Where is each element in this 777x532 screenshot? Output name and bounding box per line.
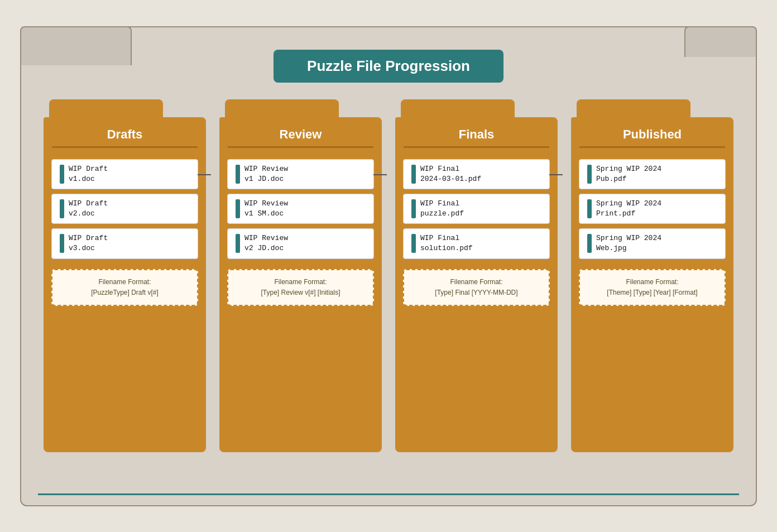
folder-header-review: Review — [219, 117, 382, 146]
format-text-drafts: Filename Format: [PuzzleType] Draft v[#] — [58, 277, 191, 298]
file-text-published-1: Spring WIP 2024 Print.pdf — [596, 199, 661, 219]
file-item-published-2[interactable]: Spring WIP 2024 Web.jpg — [579, 228, 726, 258]
columns-container: DraftsWIP Draft v1.docWIP Draft v2.docWI… — [44, 99, 733, 452]
connector-drafts — [198, 174, 211, 175]
folder-body-drafts: DraftsWIP Draft v1.docWIP Draft v2.docWI… — [44, 117, 206, 452]
tab-top-right — [684, 26, 757, 57]
file-dot-published-0 — [587, 165, 592, 184]
format-box-finals: Filename Format: [Type] Final [YYYY-MM-D… — [403, 269, 550, 306]
file-dot-published-1 — [587, 199, 592, 218]
file-text-review-0: WIP Review v1 JD.doc — [244, 164, 288, 184]
file-item-drafts-0[interactable]: WIP Draft v1.doc — [51, 159, 198, 189]
file-dot-finals-2 — [411, 234, 416, 253]
file-item-review-1[interactable]: WIP Review v1 SM.doc — [227, 194, 374, 224]
folder-header-underline-drafts — [52, 146, 198, 148]
file-item-drafts-2[interactable]: WIP Draft v3.doc — [51, 228, 198, 258]
file-text-finals-0: WIP Final 2024-03-01.pdf — [420, 164, 481, 184]
file-dot-drafts-1 — [60, 199, 64, 218]
folder-column-review: ReviewWIP Review v1 JD.docWIP Review v1 … — [219, 99, 382, 452]
file-text-review-1: WIP Review v1 SM.doc — [244, 199, 288, 219]
file-dot-review-0 — [236, 165, 240, 184]
format-box-drafts: Filename Format: [PuzzleType] Draft v[#] — [51, 269, 198, 306]
file-dot-drafts-2 — [60, 234, 64, 253]
folder-tab-drafts — [49, 99, 163, 117]
folder-tab-review — [225, 99, 339, 117]
file-dot-drafts-0 — [60, 165, 64, 184]
format-text-review: Filename Format: [Type] Review v[#] [Ini… — [234, 277, 367, 298]
file-item-review-0[interactable]: WIP Review v1 JD.doc — [227, 159, 374, 189]
outer-frame: Puzzle File Progression DraftsWIP Draft … — [20, 26, 757, 506]
folder-tab-finals — [401, 99, 515, 117]
file-item-finals-0[interactable]: WIP Final 2024-03-01.pdf — [403, 159, 550, 189]
bottom-line — [38, 493, 739, 495]
folder-header-finals: Finals — [395, 117, 558, 146]
file-item-finals-1[interactable]: WIP Final puzzle.pdf — [403, 194, 550, 224]
file-text-drafts-1: WIP Draft v2.doc — [69, 199, 108, 219]
folder-header-underline-review — [228, 146, 373, 148]
file-dot-review-2 — [236, 234, 240, 253]
folder-header-drafts: Drafts — [44, 117, 206, 146]
file-text-published-2: Spring WIP 2024 Web.jpg — [596, 233, 661, 253]
connector-finals — [549, 174, 563, 175]
tab-top-left — [20, 26, 132, 65]
file-text-drafts-2: WIP Draft v3.doc — [69, 233, 108, 253]
folder-body-published: PublishedSpring WIP 2024 Pub.pdfSpring W… — [571, 117, 733, 452]
format-text-published: Filename Format: [Theme] [Type] [Year] [… — [586, 277, 719, 298]
file-text-finals-1: WIP Final puzzle.pdf — [420, 199, 464, 219]
file-item-published-1[interactable]: Spring WIP 2024 Print.pdf — [579, 194, 726, 224]
connector-review — [373, 174, 387, 175]
folder-body-finals: FinalsWIP Final 2024-03-01.pdfWIP Final … — [395, 117, 558, 452]
main-title-bar: Puzzle File Progression — [44, 50, 733, 83]
file-item-finals-2[interactable]: WIP Final solution.pdf — [403, 228, 550, 258]
file-item-drafts-1[interactable]: WIP Draft v2.doc — [51, 194, 198, 224]
folder-column-published: PublishedSpring WIP 2024 Pub.pdfSpring W… — [571, 99, 733, 452]
folder-header-underline-finals — [404, 146, 549, 148]
file-dot-review-1 — [236, 199, 240, 218]
folder-column-drafts: DraftsWIP Draft v1.docWIP Draft v2.docWI… — [44, 99, 206, 452]
file-text-finals-2: WIP Final solution.pdf — [420, 233, 473, 253]
file-dot-finals-1 — [411, 199, 416, 218]
format-text-finals: Filename Format: [Type] Final [YYYY-MM-D… — [410, 277, 543, 298]
file-dot-finals-0 — [411, 165, 416, 184]
file-item-review-2[interactable]: WIP Review v2 JD.doc — [227, 228, 374, 258]
file-dot-published-2 — [587, 234, 592, 253]
file-text-published-0: Spring WIP 2024 Pub.pdf — [596, 164, 661, 184]
file-item-published-0[interactable]: Spring WIP 2024 Pub.pdf — [579, 159, 726, 189]
file-text-drafts-0: WIP Draft v1.doc — [69, 164, 108, 184]
main-title: Puzzle File Progression — [274, 50, 503, 83]
folder-header-published: Published — [571, 117, 733, 146]
folder-header-underline-published — [579, 146, 725, 148]
folder-tab-published — [577, 99, 690, 117]
file-text-review-2: WIP Review v2 JD.doc — [244, 233, 288, 253]
folder-column-finals: FinalsWIP Final 2024-03-01.pdfWIP Final … — [395, 99, 558, 452]
folder-body-review: ReviewWIP Review v1 JD.docWIP Review v1 … — [219, 117, 382, 452]
format-box-review: Filename Format: [Type] Review v[#] [Ini… — [227, 269, 374, 306]
format-box-published: Filename Format: [Theme] [Type] [Year] [… — [579, 269, 726, 306]
